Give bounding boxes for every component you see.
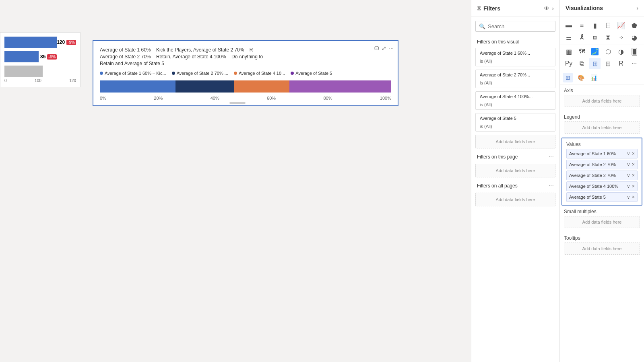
legend-dot-2 bbox=[172, 72, 175, 75]
filters-eye-icon[interactable]: 👁 bbox=[544, 5, 549, 12]
bar-row-3 bbox=[4, 66, 76, 77]
small-multiples-add[interactable]: Add data fields here bbox=[564, 216, 640, 228]
value-chip-2-text: Average of State 2 70% bbox=[569, 162, 616, 167]
filter-funnel-icon: ⧖ bbox=[477, 5, 481, 12]
value-chip-2[interactable]: Average of State 2 70% ∨ × bbox=[566, 160, 638, 169]
search-input[interactable] bbox=[488, 23, 552, 29]
value-chip-5[interactable]: Average of State 5 ∨ × bbox=[566, 192, 638, 202]
value-chip-4[interactable]: Average of State 4 100% ∨ × bbox=[566, 181, 638, 191]
viz-scatter-icon[interactable]: ⁘ bbox=[615, 32, 627, 43]
legend-label-4: Average of State 5 bbox=[295, 71, 332, 76]
legend-label-3: Average of State 4 10... bbox=[239, 71, 285, 76]
viz-stacked-col-icon[interactable]: ▮ bbox=[589, 20, 601, 31]
filter-item-4-name: Average of State 5 bbox=[480, 116, 516, 121]
value-chip-1-chevron[interactable]: ∨ bbox=[627, 151, 630, 156]
viz-card-icon[interactable]: 🂠 bbox=[629, 46, 640, 57]
filter-item-1-header: Average of State 1 60%... bbox=[476, 48, 555, 58]
bar-row-2: 85 -6% bbox=[4, 51, 76, 62]
viz-clustered-col-icon[interactable]: ⌸ bbox=[603, 20, 614, 31]
viz-funnel-icon[interactable]: ⧗ bbox=[603, 32, 614, 43]
viz-build-tab[interactable]: ⊞ bbox=[563, 73, 573, 82]
x-axis: 0 100 120 bbox=[4, 78, 76, 83]
filter-item-4-condition: is (All) bbox=[476, 123, 555, 131]
add-data-all[interactable]: Add data fields here bbox=[475, 193, 555, 206]
search-icon: 🔍 bbox=[479, 23, 485, 29]
viz-line-col-icon[interactable]: ⚌ bbox=[563, 32, 574, 43]
add-data-visual[interactable]: Add data fields here bbox=[475, 135, 555, 148]
value-chip-1-close[interactable]: × bbox=[632, 151, 635, 156]
viz-stacked-bar-icon[interactable]: ▬ bbox=[563, 20, 574, 31]
tooltips-label: Tooltips bbox=[564, 235, 640, 241]
viz-more-icon[interactable]: ··· bbox=[629, 58, 640, 69]
filter-item-3[interactable]: Average of State 4 100%... is (All) bbox=[475, 91, 555, 110]
value-chip-5-chevron[interactable]: ∨ bbox=[627, 194, 630, 200]
viz-expand-icon[interactable]: › bbox=[636, 5, 638, 11]
filters-chevron-icon[interactable]: › bbox=[552, 5, 554, 12]
value-chip-3[interactable]: Average of State 2 70% ∨ × bbox=[566, 171, 638, 180]
viz-gauge-icon[interactable]: ◑ bbox=[615, 46, 627, 57]
value-chip-3-text: Average of State 2 70% bbox=[569, 173, 616, 178]
filters-page-more-icon[interactable]: ··· bbox=[549, 153, 554, 160]
viz-map-icon[interactable]: 🗺 bbox=[576, 46, 588, 57]
bar-1-value: 120 bbox=[57, 39, 65, 45]
viz-table-icon[interactable]: ⊞ bbox=[589, 58, 601, 69]
viz-slicer-icon[interactable]: ⧉ bbox=[576, 58, 588, 69]
viz-format-tab[interactable]: 🎨 bbox=[576, 73, 586, 82]
value-chip-2-close[interactable]: × bbox=[632, 162, 635, 167]
value-chip-1[interactable]: Average of State 1 60% ∨ × bbox=[566, 149, 638, 158]
value-chip-3-icons: ∨ × bbox=[627, 173, 635, 178]
value-chip-5-close[interactable]: × bbox=[632, 194, 635, 200]
filter-item-4[interactable]: Average of State 5 is (All) bbox=[475, 113, 555, 132]
viz-r-visual-icon[interactable]: R bbox=[615, 58, 627, 69]
viz-azure-map-icon[interactable]: ⬡ bbox=[603, 46, 614, 57]
value-chip-3-chevron[interactable]: ∨ bbox=[627, 173, 630, 178]
viz-pie-icon[interactable]: ◕ bbox=[629, 32, 640, 43]
filter-item-1[interactable]: Average of State 1 60%... is (All) bbox=[475, 48, 555, 66]
filter-item-2[interactable]: Average of State 2 70%... is (All) bbox=[475, 70, 555, 88]
filter-icon[interactable]: ⛁ bbox=[374, 45, 379, 51]
segment-2 bbox=[175, 80, 234, 93]
viz-matrix-icon[interactable]: ⊟ bbox=[603, 58, 614, 69]
viz-filled-map-icon[interactable]: 🗾 bbox=[589, 46, 601, 57]
resize-handle[interactable] bbox=[229, 102, 246, 104]
expand-icon[interactable]: ⤢ bbox=[382, 45, 386, 51]
legend-add-field[interactable]: Add data fields here bbox=[564, 121, 640, 134]
value-chip-4-text: Average of State 4 100% bbox=[569, 184, 618, 189]
value-chip-2-chevron[interactable]: ∨ bbox=[627, 162, 630, 167]
main-stacked-chart[interactable]: Average of State 1 60% – Kick the Player… bbox=[93, 40, 398, 106]
x-label-100: 100 bbox=[35, 78, 41, 83]
filter-item-2-header: Average of State 2 70%... bbox=[476, 70, 555, 80]
filters-panel: ⧖ Filters 👁 › 🔍 Filters on this visual A… bbox=[471, 0, 559, 362]
filter-item-4-header: Average of State 5 bbox=[476, 113, 555, 123]
axis-80: 80% bbox=[323, 96, 332, 101]
value-chip-4-chevron[interactable]: ∨ bbox=[627, 183, 630, 189]
filters-all-label-row: Filters on all pages ··· bbox=[477, 182, 554, 189]
axis-40: 40% bbox=[211, 96, 219, 101]
legend-label: Legend bbox=[564, 114, 640, 120]
legend-dot-3 bbox=[234, 72, 237, 75]
chart-toolbar: ⛁ ⤢ ··· bbox=[374, 45, 394, 51]
viz-analytics-tab[interactable]: 📊 bbox=[589, 73, 599, 82]
search-box[interactable]: 🔍 bbox=[475, 21, 555, 32]
filters-on-page-text: Filters on this page bbox=[477, 154, 518, 160]
viz-treemap-icon[interactable]: ▦ bbox=[563, 46, 574, 57]
viz-waterfall-icon[interactable]: ⧈ bbox=[589, 32, 601, 43]
value-chip-4-close[interactable]: × bbox=[632, 183, 635, 189]
viz-title-text: Visualizations bbox=[566, 5, 603, 11]
viz-clustered-bar-icon[interactable]: ≡ bbox=[576, 20, 588, 31]
viz-kpi-icon[interactable]: Py bbox=[563, 58, 574, 69]
value-chip-5-icons: ∨ × bbox=[627, 194, 635, 200]
legend-label-2: Average of State 2 70% ... bbox=[177, 71, 228, 76]
add-data-page[interactable]: Add data fields here bbox=[475, 164, 555, 177]
segment-3 bbox=[234, 80, 289, 93]
viz-ribbon-icon[interactable]: 🎗 bbox=[576, 32, 588, 43]
value-chip-3-close[interactable]: × bbox=[632, 173, 635, 178]
tooltips-add[interactable]: Add data fields here bbox=[564, 243, 640, 255]
axis-add-field[interactable]: Add data fields here bbox=[564, 95, 640, 107]
bar-row-1: 120 -9% bbox=[4, 37, 76, 48]
viz-area-icon[interactable]: ⬟ bbox=[629, 20, 640, 31]
values-section: Values Average of State 1 60% ∨ × Averag… bbox=[561, 138, 642, 206]
viz-line-icon[interactable]: 📈 bbox=[615, 20, 627, 31]
filters-all-more-icon[interactable]: ··· bbox=[549, 182, 554, 189]
more-icon[interactable]: ··· bbox=[389, 45, 394, 51]
